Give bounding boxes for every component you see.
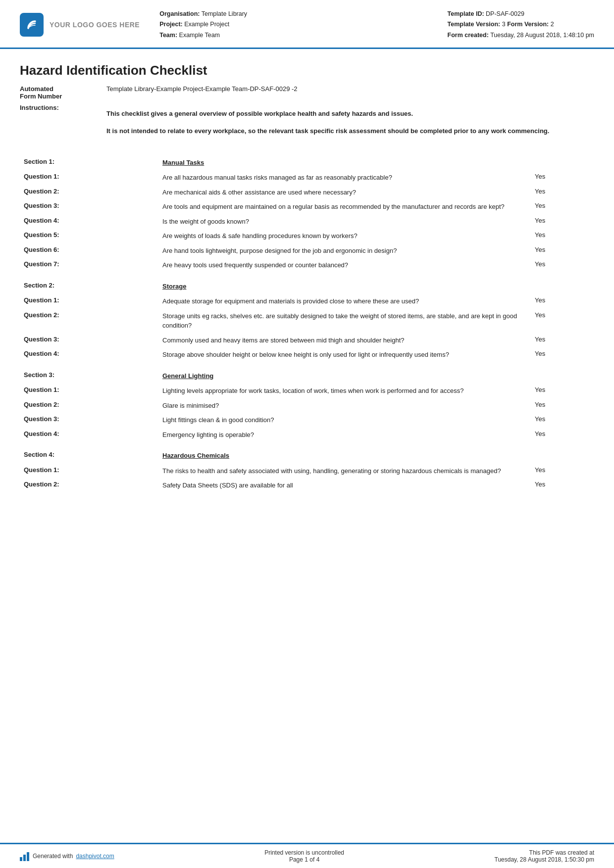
template-version-label: Template Version:: [448, 21, 501, 28]
question-label: Question 4:: [20, 214, 158, 229]
question-text: Lighting levels appropriate for work tas…: [158, 384, 531, 398]
instructions-label: Instructions:: [20, 104, 106, 111]
question-answer: Yes: [531, 384, 594, 398]
template-id-label: Template ID:: [448, 10, 484, 17]
project-row: Project: Example Project: [159, 19, 247, 30]
instructions-text2: It is not intended to relate to every wo…: [106, 126, 549, 136]
instructions-block: This checklist gives a general overview …: [106, 109, 549, 146]
question-text: Safety Data Sheets (SDS) are available f…: [158, 478, 531, 493]
logo-text: YOUR LOGO GOES HERE: [50, 21, 140, 29]
question-text: Are all hazardous manual tasks risks man…: [158, 170, 531, 185]
org-info: Organisation: Template Library Project: …: [159, 9, 247, 41]
question-label: Question 1:: [20, 294, 158, 309]
org-row: Organisation: Template Library: [159, 9, 247, 19]
question-label: Question 4:: [20, 347, 158, 362]
question-row: Question 2: Storage units eg racks, shel…: [20, 309, 594, 333]
question-label: Question 2:: [20, 185, 158, 200]
section-row: Section 2: Storage: [20, 273, 594, 294]
question-row: Question 1: Are all hazardous manual tas…: [20, 170, 594, 185]
question-answer: Yes: [531, 347, 594, 362]
project-label: Project:: [159, 21, 183, 28]
question-row: Question 3: Light fittings clean & in go…: [20, 413, 594, 428]
question-label: Question 3:: [20, 413, 158, 428]
footer-pdf-text: This PDF was created at: [495, 849, 594, 856]
section-title: Hazardous Chemicals: [158, 442, 531, 464]
question-answer: Yes: [531, 243, 594, 258]
section-title: General Lighting: [158, 362, 531, 384]
question-text: Are hand tools lightweight, purpose desi…: [158, 243, 531, 258]
question-row: Question 5: Are weights of loads & safe …: [20, 229, 594, 243]
footer-logo-icon: [20, 851, 30, 861]
question-row: Question 7: Are heavy tools used frequen…: [20, 258, 594, 273]
team-value: Example Team: [179, 32, 220, 39]
header: YOUR LOGO GOES HERE Organisation: Templa…: [0, 0, 614, 49]
question-answer: Yes: [531, 398, 594, 413]
form-created-row: Form created: Tuesday, 28 August 2018, 1…: [448, 30, 594, 41]
team-row: Team: Example Team: [159, 30, 247, 41]
question-row: Question 3: Are tools and equipment are …: [20, 199, 594, 214]
form-number-value: Template Library-Example Project-Example…: [106, 85, 298, 93]
question-answer: Yes: [531, 294, 594, 309]
question-row: Question 4: Storage above shoulder heigh…: [20, 347, 594, 362]
footer-pdf-date: Tuesday, 28 August 2018, 1:50:30 pm: [495, 856, 594, 863]
project-value: Example Project: [184, 21, 229, 28]
question-answer: Yes: [531, 199, 594, 214]
question-row: Question 1: Adequate storage for equipme…: [20, 294, 594, 309]
section-row: Section 4: Hazardous Chemicals: [20, 442, 594, 464]
question-label: Question 5:: [20, 229, 158, 243]
question-label: Question 2:: [20, 398, 158, 413]
question-label: Question 1:: [20, 384, 158, 398]
question-label: Question 1:: [20, 170, 158, 185]
main-content: Hazard Identification Checklist Automate…: [0, 49, 614, 843]
question-text: Are tools and equipment are maintained o…: [158, 199, 531, 214]
footer: Generated with dashpivot.com Printed ver…: [0, 843, 614, 868]
question-text: Light fittings clean & in good condition…: [158, 413, 531, 428]
section-row: Section 3: General Lighting: [20, 362, 594, 384]
question-answer: Yes: [531, 185, 594, 200]
question-text: The risks to health and safety associate…: [158, 464, 531, 479]
form-version-label: Form Version:: [507, 21, 549, 28]
question-answer: Yes: [531, 428, 594, 442]
question-label: Question 4:: [20, 428, 158, 442]
question-text: Storage above shoulder height or below k…: [158, 347, 531, 362]
page-wrapper: YOUR LOGO GOES HERE Organisation: Templa…: [0, 0, 614, 868]
form-title: Hazard Identification Checklist: [20, 63, 594, 78]
logo-icon: [20, 13, 44, 37]
question-text: Are mechanical aids & other assistance a…: [158, 185, 531, 200]
question-row: Question 3: Commonly used and heavy item…: [20, 333, 594, 348]
section-row: Section 1: Manual Tasks: [20, 149, 594, 171]
form-created-label: Form created:: [448, 32, 489, 39]
footer-right: This PDF was created at Tuesday, 28 Augu…: [495, 849, 594, 863]
footer-uncontrolled: Printed version is uncontrolled: [264, 849, 344, 856]
header-meta: Organisation: Template Library Project: …: [150, 9, 594, 41]
template-info: Template ID: DP-SAF-0029 Template Versio…: [448, 9, 594, 41]
question-answer: Yes: [531, 464, 594, 479]
org-label: Organisation:: [159, 10, 200, 17]
template-version-value: 3: [502, 21, 506, 28]
question-text: Adequate storage for equipment and mater…: [158, 294, 531, 309]
question-answer: Yes: [531, 229, 594, 243]
footer-page: Page 1 of 4: [264, 856, 344, 863]
question-answer: Yes: [531, 170, 594, 185]
question-row: Question 4: Emergency lighting is operab…: [20, 428, 594, 442]
generated-text: Generated with: [33, 853, 73, 860]
form-number-label: AutomatedForm Number: [20, 85, 106, 100]
question-label: Question 1:: [20, 464, 158, 479]
instructions-text1: This checklist gives a general overview …: [106, 109, 549, 119]
question-text: Is the weight of goods known?: [158, 214, 531, 229]
question-answer: Yes: [531, 333, 594, 348]
question-answer: Yes: [531, 258, 594, 273]
form-version-value: 2: [551, 21, 554, 28]
question-row: Question 1: The risks to health and safe…: [20, 464, 594, 479]
dashpivot-link[interactable]: dashpivot.com: [76, 853, 114, 860]
section-label: Section 1:: [20, 149, 158, 171]
question-text: Are heavy tools used frequently suspende…: [158, 258, 531, 273]
question-row: Question 6: Are hand tools lightweight, …: [20, 243, 594, 258]
question-label: Question 7:: [20, 258, 158, 273]
question-label: Question 3:: [20, 333, 158, 348]
section-label: Section 3:: [20, 362, 158, 384]
section-label: Section 4:: [20, 442, 158, 464]
question-answer: Yes: [531, 214, 594, 229]
question-text: Emergency lighting is operable?: [158, 428, 531, 442]
question-label: Question 2:: [20, 309, 158, 333]
